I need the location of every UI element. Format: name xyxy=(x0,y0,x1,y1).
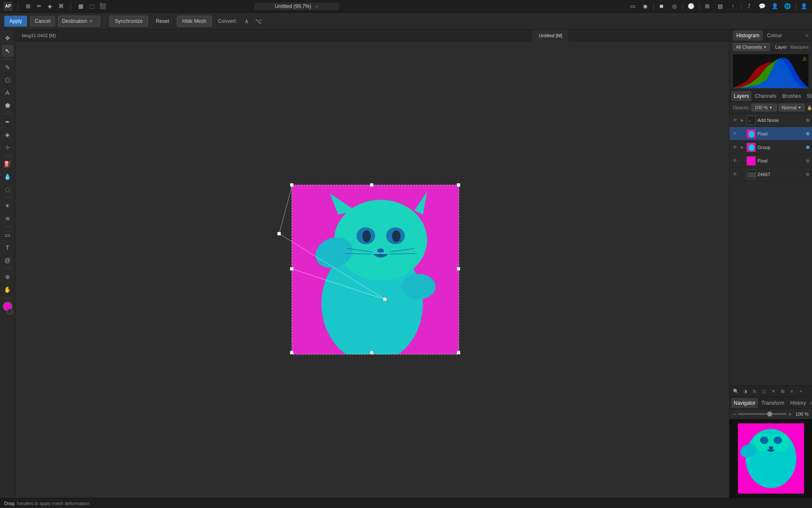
type-tool[interactable]: A xyxy=(2,87,14,99)
sponge-tool[interactable]: ≋ xyxy=(2,213,14,224)
fill-tool[interactable]: ⬡ xyxy=(2,74,14,86)
crop-tool[interactable]: ⊹ xyxy=(2,141,14,153)
warp-icon[interactable]: ⌘ xyxy=(56,2,66,11)
layer-row[interactable]: 👁 ▶ fx Add Noise xyxy=(730,113,812,127)
hand-tool[interactable]: ✋ xyxy=(2,284,14,295)
convert-angle-icon[interactable]: ⌥ xyxy=(253,16,263,26)
close-tab-icon[interactable]: ✕ xyxy=(315,4,318,9)
text-tool[interactable]: T xyxy=(2,242,14,254)
cat-image[interactable] xyxy=(292,185,459,354)
layer-row[interactable]: 👁 Pixel xyxy=(730,127,812,141)
fx-icon[interactable]: fx xyxy=(751,387,758,395)
histogram-sub-tabs: Layer Marquee xyxy=(775,44,809,50)
sub-tab-layer[interactable]: Layer xyxy=(775,44,787,50)
rectangle-tool[interactable]: ▭ xyxy=(2,229,14,241)
dodge-tool[interactable]: ☀ xyxy=(2,200,14,212)
symbol-tool[interactable]: @ xyxy=(2,254,14,266)
app-logo[interactable]: AP xyxy=(3,2,13,11)
record-icon[interactable]: ⏺ xyxy=(657,2,667,11)
mask-icon[interactable]: ◻ xyxy=(760,387,768,395)
tab-histogram[interactable]: Histogram xyxy=(733,30,763,41)
grid-icon[interactable]: ⊞ xyxy=(23,2,33,11)
move-tool[interactable]: ✥ xyxy=(2,32,14,44)
zoom-out-icon[interactable]: − xyxy=(733,411,736,417)
blur-tool[interactable]: ◌ xyxy=(2,183,14,195)
sub-tab-marquee[interactable]: Marquee xyxy=(790,44,809,50)
add-layer-icon[interactable]: + xyxy=(797,387,805,395)
eyedrop-tool[interactable]: 💧 xyxy=(2,171,14,182)
layer-visibility-icon[interactable]: 👁 xyxy=(732,171,738,177)
layer-visibility-icon[interactable]: 👁 xyxy=(732,117,738,123)
tab-navigator[interactable]: Navigator xyxy=(731,398,758,408)
marquee-icon[interactable]: ⬚ xyxy=(87,2,96,11)
record2-icon[interactable]: ◎ xyxy=(670,2,679,11)
svg-rect-39 xyxy=(748,172,755,177)
tab-brushes[interactable]: Brushes xyxy=(780,91,804,101)
zoom-slider[interactable] xyxy=(738,413,787,415)
separator xyxy=(699,3,700,10)
zoom-tool[interactable]: ⊕ xyxy=(2,271,14,283)
zoom-slider-thumb[interactable] xyxy=(767,411,772,417)
tab-history[interactable]: History xyxy=(788,398,809,408)
layer-expand-icon[interactable]: ▶ xyxy=(740,118,745,123)
tab-layers[interactable]: Layers xyxy=(731,91,752,101)
layer-expand-icon[interactable] xyxy=(740,172,745,177)
reset-button[interactable]: Reset xyxy=(151,16,174,27)
chat-icon[interactable]: 💬 xyxy=(757,2,767,11)
panel-more-icon[interactable]: ≡ xyxy=(805,32,809,39)
layer-visibility-icon[interactable]: 👁 xyxy=(732,158,738,164)
layer-visibility-icon[interactable]: 👁 xyxy=(732,144,738,150)
slice-icon[interactable]: ⬛ xyxy=(98,2,107,11)
delete-icon[interactable]: ✕ xyxy=(769,387,777,395)
select-tool[interactable]: ↖ xyxy=(2,45,14,57)
zoom-in-icon[interactable]: + xyxy=(788,411,792,417)
apply-button[interactable]: Apply xyxy=(4,16,27,27)
cancel-button[interactable]: Cancel xyxy=(30,16,55,27)
background-color-swatch[interactable] xyxy=(7,309,13,315)
tab-transform[interactable]: Transform xyxy=(759,398,787,408)
tab-stock[interactable]: Stock xyxy=(804,91,812,101)
layer-expand-icon[interactable] xyxy=(740,131,745,136)
history-icon[interactable]: 🕐 xyxy=(686,2,696,11)
bucket-tool[interactable]: ⛽ xyxy=(2,158,14,170)
add-adjustment-icon[interactable]: ◑ xyxy=(741,387,749,395)
navigator-more-icon[interactable]: ≡ xyxy=(809,400,812,406)
layer-visibility-icon[interactable]: 👁 xyxy=(732,131,738,137)
tab-channels[interactable]: Channels xyxy=(752,91,779,101)
layers-panel-icon[interactable]: ▤ xyxy=(716,2,725,11)
view-mode-icon[interactable]: ◉ xyxy=(641,2,650,11)
layer-row[interactable]: 👁 24667 xyxy=(730,168,812,181)
destination-dropdown[interactable]: Destination ▼ xyxy=(58,16,100,27)
convert-curve-icon[interactable]: ∧ xyxy=(241,16,252,26)
monitor-icon[interactable]: ▭ xyxy=(628,2,637,11)
layer-expand-icon[interactable]: ▶ xyxy=(740,145,745,150)
layer-expand-icon[interactable] xyxy=(740,158,745,163)
layer-row[interactable]: 👁 ▶ Group xyxy=(730,141,812,154)
export-icon[interactable]: ↑ xyxy=(728,2,738,11)
grid-view-icon[interactable]: ⊞ xyxy=(779,387,786,395)
shape-tool[interactable]: ⬟ xyxy=(2,99,14,111)
hide-mesh-button[interactable]: Hide Mesh xyxy=(177,16,212,27)
profile-icon[interactable]: 👤 xyxy=(799,2,809,11)
search-icon[interactable]: 🔍 xyxy=(732,387,740,395)
globe-icon[interactable]: 🌐 xyxy=(783,2,792,11)
canvas-tab-left[interactable]: blog31-0402 [M] xyxy=(15,30,63,41)
node-tool[interactable]: ◈ xyxy=(2,129,14,141)
synchronize-button[interactable]: Synchronize xyxy=(109,16,148,27)
list-view-icon[interactable]: ≡ xyxy=(788,387,796,395)
opacity-dropdown[interactable]: 100 % ▼ xyxy=(752,104,777,111)
tab-colour[interactable]: Colour xyxy=(764,30,785,41)
people-icon[interactable]: 👤 xyxy=(770,2,779,11)
canvas-tab-right[interactable]: Untitled [M] xyxy=(532,30,570,41)
layer-row[interactable]: 👁 Pixel xyxy=(730,154,812,168)
share-icon[interactable]: ⤴ xyxy=(745,2,754,11)
paint-tool[interactable]: ✎ xyxy=(2,61,14,73)
blend-mode-dropdown[interactable]: Normal ▼ xyxy=(779,104,804,111)
pen-tool[interactable]: ✒ xyxy=(2,116,14,128)
crop-icon[interactable]: ▦ xyxy=(76,2,85,11)
lock-icon[interactable]: 🔒 xyxy=(806,104,812,111)
brush-icon[interactable]: ✏ xyxy=(34,2,44,11)
view-more-icon[interactable]: ⊞ xyxy=(703,2,712,11)
channels-dropdown[interactable]: All Channels ▼ xyxy=(733,43,770,51)
adjustments-icon[interactable]: ◈ xyxy=(45,2,55,11)
